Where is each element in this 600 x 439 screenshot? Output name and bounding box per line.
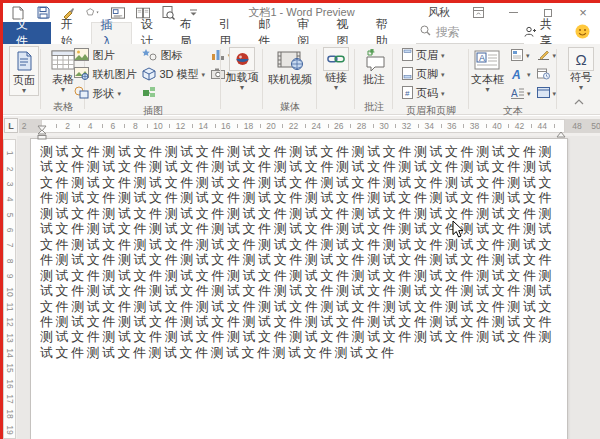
chevron-down-icon: ▾	[202, 71, 206, 78]
ruler-number: 7	[5, 240, 15, 251]
tab-布局[interactable]: 布局	[171, 22, 210, 44]
textbox-button[interactable]: A 文本框 ▾	[467, 46, 508, 94]
ruler-number: 34	[421, 121, 437, 131]
right-indent-marker[interactable]	[556, 124, 566, 142]
ruler-tick	[373, 124, 374, 128]
ruler-number: 6	[105, 121, 121, 131]
wordart-icon: A	[511, 68, 524, 82]
ruler-number: 32	[399, 121, 415, 131]
icons-icon	[142, 48, 157, 63]
addins-button[interactable]: 加载项 ▾	[222, 46, 263, 92]
ruler-number: 14	[5, 347, 15, 358]
collapse-ribbon-icon[interactable]	[574, 91, 584, 109]
ruler-row: L 2 246810121416182022242628303234363840…	[3, 116, 600, 136]
page-number-button[interactable]: # 页码 ▾	[399, 84, 448, 103]
textbox-icon: A	[474, 47, 500, 73]
minimize-button[interactable]	[506, 7, 520, 19]
hanging-indent-marker[interactable]	[37, 126, 47, 144]
pages-button[interactable]: 页面 ▾	[9, 46, 39, 96]
ruler-number: 40	[489, 121, 505, 131]
signature-line-button[interactable]: ▾	[534, 46, 560, 65]
document-page[interactable]: 测试文件测试文件测试文件测试文件测试文件测试文件测试文件测试文件测试文件测试文件…	[30, 138, 568, 439]
ruler-number: 2	[60, 121, 76, 131]
ruler-number: 18	[240, 121, 256, 131]
smartart-button[interactable]	[139, 84, 208, 103]
ruler-tick	[147, 124, 148, 128]
chevron-down-icon: ▾	[441, 71, 445, 78]
tab-邮件[interactable]: 邮件	[249, 22, 288, 44]
ruler-number: 10	[5, 286, 15, 297]
tab-设计[interactable]: 设计	[132, 22, 171, 44]
ruler-tick	[192, 124, 193, 128]
tab-帮助[interactable]: 帮助	[367, 22, 406, 44]
ribbon-tab-row: 文件 开始插入设计布局引用邮件审阅视图帮助 搜索 共享	[3, 22, 600, 44]
chevron-down-icon: ▾	[485, 86, 489, 93]
ruler-number: 14	[195, 121, 211, 131]
ruler-number: 13	[5, 332, 15, 343]
quick-parts-button[interactable]: ▾	[508, 46, 534, 65]
ribbon-group-pages: 页面 ▾	[7, 44, 41, 114]
footer-icon	[402, 67, 413, 82]
footer-button[interactable]: 页脚 ▾	[399, 65, 448, 84]
link-button[interactable]: 链接 ▾	[319, 46, 353, 92]
ruler-number: 15	[5, 363, 15, 374]
wordart-button[interactable]: A ▾	[508, 65, 534, 84]
online-picture-icon	[74, 67, 89, 82]
tab-视图[interactable]: 视图	[327, 22, 366, 44]
ruler-number: 19	[5, 424, 15, 435]
shapes-button[interactable]: 形状 ▾	[71, 84, 139, 103]
ruler-number: 22	[286, 121, 302, 131]
tab-file[interactable]: 文件	[3, 22, 51, 44]
ribbon-group-header-footer: 页眉 ▾ 页脚 ▾ # 页码 ▾ 页眉和页脚	[393, 44, 469, 114]
video-icon	[277, 47, 303, 73]
ruler-tick	[395, 124, 396, 128]
ruler-tick	[486, 124, 487, 128]
search-box[interactable]: 搜索	[416, 22, 524, 44]
ruler-tick	[463, 124, 464, 128]
svg-text:A: A	[479, 53, 485, 63]
icons-button[interactable]: 图标	[139, 46, 208, 65]
tab-开始[interactable]: 开始	[51, 22, 90, 44]
ruler-number: 5	[5, 209, 15, 220]
date-time-button[interactable]	[534, 65, 560, 84]
print-preview-icon[interactable]	[161, 6, 175, 20]
ribbon: 页面 ▾ 表格 ▾ 表格 图片	[3, 44, 600, 115]
tab-插入[interactable]: 插入	[91, 22, 132, 44]
chevron-down-icon: ▾	[579, 84, 583, 91]
chevron-down-icon: ▾	[553, 90, 557, 97]
object-icon	[537, 87, 550, 100]
online-video-button[interactable]: 联机视频	[264, 46, 316, 87]
3d-models-button[interactable]: 3D 模型 ▾	[139, 65, 208, 84]
word-window: 文档1 - Word Preview 风秋 × 文件 开始插入设计布局引用邮件审…	[0, 0, 600, 439]
tab-审阅[interactable]: 审阅	[288, 22, 327, 44]
ruler-tick	[79, 124, 80, 128]
ruler-number: 28	[353, 121, 369, 131]
document-body-text[interactable]: 测试文件测试文件测试文件测试文件测试文件测试文件测试文件测试文件测试文件测试文件…	[31, 139, 567, 360]
new-comment-button[interactable]: 批注	[358, 46, 390, 87]
ruler-tick	[169, 124, 170, 128]
chevron-down-icon: ▾	[441, 52, 445, 59]
symbol-button[interactable]: Ω 符号 ▾	[564, 46, 598, 92]
ruler-number: 42	[512, 121, 528, 131]
draw-shape-icon[interactable]	[86, 6, 100, 20]
ruler-number: 12	[173, 121, 189, 131]
chevron-down-icon: ▾	[61, 86, 65, 93]
ruler-tick	[305, 124, 306, 128]
svg-text:A: A	[511, 68, 521, 80]
ruler-number: 4	[5, 194, 15, 205]
ribbon-display-options-icon[interactable]	[471, 7, 485, 19]
pictures-button[interactable]: 图片	[71, 46, 139, 65]
online-pictures-button[interactable]: 联机图片	[71, 65, 139, 84]
drop-cap-button[interactable]: A ▾	[508, 84, 534, 103]
object-button[interactable]: ▾	[534, 84, 560, 103]
ribbon-group-links: 链接 ▾	[317, 44, 355, 114]
header-button[interactable]: 页眉 ▾	[399, 46, 448, 65]
close-button[interactable]: ×	[576, 7, 590, 19]
smiley-feedback-icon[interactable]	[575, 24, 590, 43]
user-name[interactable]: 风秋	[428, 5, 450, 20]
ribbon-group-media: 联机视频 媒体	[263, 44, 317, 114]
chevron-down-icon: ▾	[117, 90, 121, 97]
tab-引用[interactable]: 引用	[210, 22, 249, 44]
ruler-number: 16	[5, 378, 15, 389]
ruler-tick	[124, 124, 125, 128]
